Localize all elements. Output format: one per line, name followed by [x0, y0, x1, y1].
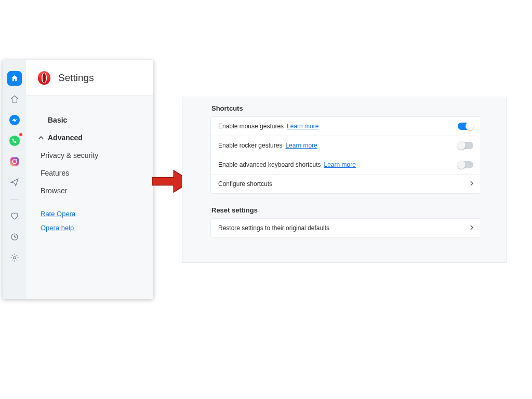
nav-privacy-label: Privacy & security [41, 151, 98, 159]
nav-advanced[interactable]: Advanced [26, 129, 153, 147]
svg-point-9 [43, 73, 46, 83]
row-rocker-gestures: Enable rocker gestures Learn more [211, 136, 481, 155]
nav-basic-label: Basic [48, 116, 67, 124]
sidebar-icon-rail [3, 60, 26, 299]
shortcuts-section-title: Shortcuts [210, 104, 481, 112]
svg-point-4 [16, 159, 17, 160]
messenger-icon[interactable] [7, 113, 22, 127]
home-icon[interactable] [7, 71, 22, 86]
reset-section-title: Reset settings [210, 206, 481, 214]
whatsapp-icon[interactable] [7, 134, 22, 148]
chevron-right-icon [470, 181, 473, 187]
opera-help-link[interactable]: Opera help [41, 224, 74, 232]
row-configure-shortcuts[interactable]: Configure shortcuts [211, 175, 481, 193]
keyboard-shortcuts-label: Enable advanced keyboard shortcuts [218, 161, 321, 168]
row-restore-defaults[interactable]: Restore settings to their original defau… [211, 219, 481, 237]
history-icon[interactable] [7, 230, 22, 244]
settings-sidebar-window: Settings Basic Advanced Privacy & securi… [3, 60, 153, 299]
send-icon[interactable] [7, 175, 22, 190]
nav-features-label: Features [41, 169, 69, 177]
mouse-gestures-label: Enable mouse gestures [218, 123, 284, 130]
settings-content-window: Shortcuts Enable mouse gestures Learn mo… [182, 97, 507, 263]
rocker-gestures-label: Enable rocker gestures [218, 142, 282, 149]
keyboard-shortcuts-learn-more[interactable]: Learn more [324, 161, 355, 168]
nav-advanced-label: Advanced [48, 134, 83, 142]
gear-icon[interactable] [7, 250, 22, 265]
row-keyboard-shortcuts: Enable advanced keyboard shortcuts Learn… [211, 155, 481, 175]
settings-nav: Basic Advanced Privacy & security Featur… [26, 96, 153, 299]
home-outline-icon[interactable] [7, 92, 22, 107]
chevron-up-icon [38, 135, 44, 140]
settings-nav-panel: Settings Basic Advanced Privacy & securi… [26, 60, 153, 299]
mouse-gestures-toggle[interactable] [458, 123, 473, 130]
chevron-right-icon [470, 225, 473, 231]
divider [10, 199, 19, 200]
restore-defaults-label: Restore settings to their original defau… [218, 224, 329, 232]
nav-basic[interactable]: Basic [26, 111, 153, 129]
nav-features[interactable]: Features [26, 164, 153, 182]
configure-shortcuts-label: Configure shortcuts [218, 180, 272, 188]
page-title: Settings [58, 72, 94, 84]
svg-point-1 [9, 136, 19, 146]
svg-rect-2 [10, 157, 19, 166]
nav-privacy[interactable]: Privacy & security [26, 147, 153, 164]
nav-browser[interactable]: Browser [26, 182, 153, 200]
nav-rate-opera[interactable]: Rate Opera [26, 207, 153, 221]
nav-browser-label: Browser [41, 187, 67, 195]
shortcuts-card: Enable mouse gestures Learn more Enable … [210, 116, 481, 194]
mouse-gestures-learn-more[interactable]: Learn more [287, 123, 318, 130]
rocker-gestures-toggle[interactable] [458, 142, 473, 149]
opera-logo-icon [36, 70, 52, 86]
row-mouse-gestures: Enable mouse gestures Learn more [211, 117, 481, 136]
reset-card: Restore settings to their original defau… [210, 218, 481, 238]
instagram-icon[interactable] [7, 154, 22, 169]
settings-header: Settings [26, 60, 153, 96]
nav-opera-help[interactable]: Opera help [26, 221, 153, 235]
heart-icon[interactable] [7, 209, 22, 223]
rocker-gestures-learn-more[interactable]: Learn more [285, 142, 317, 149]
keyboard-shortcuts-toggle[interactable] [458, 161, 473, 168]
notification-dot-icon [19, 132, 23, 137]
svg-point-6 [13, 257, 16, 259]
rate-opera-link[interactable]: Rate Opera [41, 210, 75, 218]
